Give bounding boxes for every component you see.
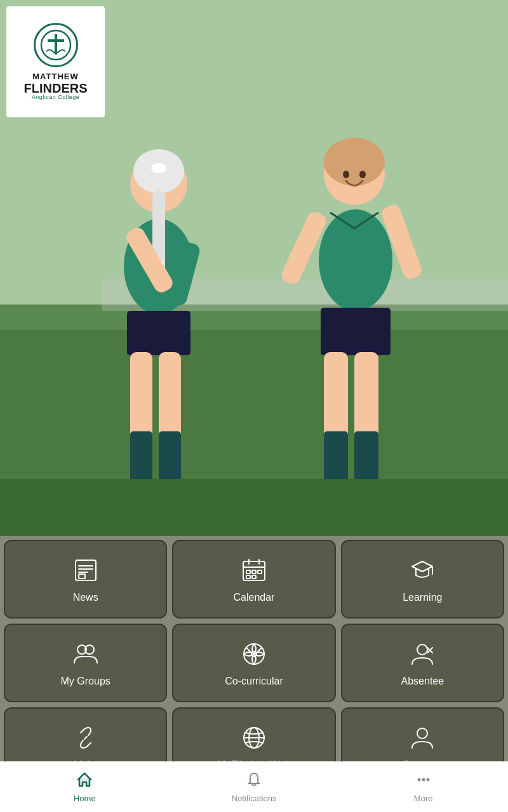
- svg-point-61: [417, 778, 420, 782]
- bottom-nav: Home Notifications More: [0, 761, 508, 812]
- more-icon: [415, 771, 432, 791]
- groups-icon: [70, 639, 101, 669]
- svg-rect-46: [252, 575, 256, 579]
- learning-icon: [407, 555, 438, 586]
- home-icon: [76, 771, 93, 791]
- menu-btn-my-groups[interactable]: My Groups: [4, 624, 167, 702]
- logo-icon: [34, 23, 78, 67]
- my-groups-label: My Groups: [61, 676, 110, 687]
- cocurricular-icon: [239, 639, 269, 669]
- nav-home[interactable]: Home: [0, 762, 170, 812]
- nav-notifications[interactable]: Notifications: [170, 762, 339, 812]
- svg-point-17: [319, 209, 392, 311]
- news-icon: [70, 555, 101, 586]
- menu-btn-co-curricular[interactable]: Co-curricular: [172, 624, 335, 702]
- menu-btn-learning[interactable]: Learning: [341, 540, 504, 619]
- svg-rect-13: [159, 431, 181, 482]
- svg-point-60: [417, 728, 427, 738]
- svg-rect-12: [130, 431, 152, 482]
- svg-point-21: [359, 171, 366, 178]
- svg-rect-45: [246, 575, 250, 579]
- logo-line3: Anglican College: [24, 95, 88, 101]
- absentee-label: Absentee: [401, 676, 444, 687]
- absentee-icon: [407, 639, 438, 669]
- menu-row-2: My Groups Co-curricular: [1, 621, 507, 705]
- svg-rect-26: [354, 431, 378, 482]
- svg-rect-29: [0, 479, 508, 536]
- menu-btn-absentee[interactable]: Absentee: [341, 624, 504, 702]
- svg-rect-37: [79, 574, 85, 579]
- svg-point-16: [151, 163, 166, 173]
- svg-rect-43: [252, 570, 256, 573]
- co-curricular-label: Co-curricular: [225, 676, 283, 687]
- home-nav-label: Home: [74, 794, 96, 803]
- logo-line2: FLINDERS: [24, 82, 88, 95]
- web-icon: [239, 723, 269, 753]
- news-label: News: [73, 592, 98, 603]
- logo-text: MATTHEW FLINDERS Anglican College: [24, 72, 88, 100]
- menu-btn-news[interactable]: News: [4, 540, 167, 619]
- logo-overlay: MATTHEW FLINDERS Anglican College: [6, 6, 105, 117]
- svg-rect-44: [258, 570, 262, 573]
- svg-point-20: [343, 171, 349, 178]
- svg-rect-42: [246, 570, 250, 573]
- svg-rect-9: [127, 311, 190, 355]
- calendar-label: Calendar: [234, 592, 275, 603]
- menu-row-1: News Calendar: [1, 537, 507, 621]
- svg-rect-22: [321, 308, 391, 355]
- menu-grid: News Calendar: [0, 536, 508, 790]
- svg-rect-25: [324, 431, 348, 482]
- calendar-icon: [239, 555, 269, 586]
- menu-btn-calendar[interactable]: Calendar: [172, 540, 335, 619]
- links-icon: [70, 723, 101, 753]
- more-nav-label: More: [414, 794, 433, 803]
- contacts-icon: [407, 723, 438, 753]
- bell-icon: [245, 771, 263, 791]
- svg-line-52: [246, 648, 250, 652]
- logo-line1: MATTHEW: [24, 72, 88, 81]
- svg-point-63: [426, 778, 429, 782]
- notifications-nav-label: Notifications: [232, 794, 277, 803]
- svg-point-54: [417, 645, 427, 655]
- svg-line-53: [258, 648, 262, 652]
- learning-label: Learning: [403, 592, 442, 603]
- svg-point-62: [422, 778, 425, 782]
- nav-more[interactable]: More: [338, 762, 508, 812]
- hero-section: 5: [0, 0, 508, 536]
- svg-point-19: [324, 138, 385, 186]
